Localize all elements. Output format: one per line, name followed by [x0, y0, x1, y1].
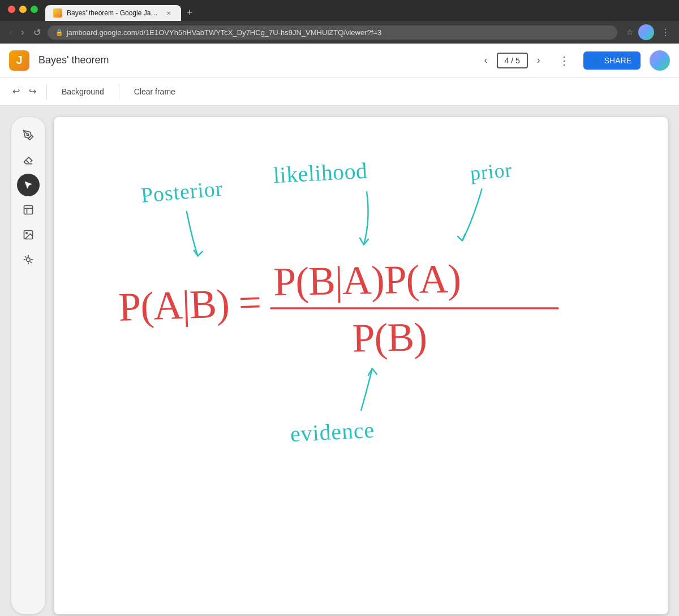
- svg-text:P(A|B) =: P(A|B) =: [118, 279, 261, 330]
- svg-text:P(B): P(B): [352, 314, 427, 360]
- app-title: Bayes' theorem: [38, 54, 471, 66]
- toolbar-divider-2: [119, 84, 119, 100]
- toolbar: ↩ ↪ Background Clear frame: [0, 77, 679, 106]
- address-bar-row: ‹ › ↺ 🔒 jamboard.google.com/d/1E1OVYh5hH…: [0, 21, 679, 44]
- window-maximize-button[interactable]: [31, 6, 38, 13]
- svg-rect-1: [24, 206, 33, 214]
- slide-indicator: 4 / 5: [497, 53, 528, 68]
- whiteboard-canvas: Posterior likelihood prior P(: [54, 117, 668, 614]
- toolbar-divider: [46, 84, 47, 100]
- select-tool-button[interactable]: [17, 174, 40, 196]
- address-bar[interactable]: 🔒 jamboard.google.com/d/1E1OVYh5hHVabTWY…: [48, 25, 617, 40]
- pen-tool-button[interactable]: [17, 124, 40, 147]
- next-slide-button[interactable]: ›: [532, 52, 545, 68]
- undo-button[interactable]: ↩: [9, 83, 23, 100]
- svg-text:prior: prior: [469, 158, 513, 184]
- svg-line-9: [31, 262, 32, 263]
- window-close-button[interactable]: [8, 6, 15, 13]
- prev-slide-button[interactable]: ‹: [480, 52, 492, 68]
- tab-favicon: [53, 8, 62, 18]
- forward-button[interactable]: ›: [19, 26, 26, 38]
- background-button[interactable]: Background: [54, 84, 112, 100]
- more-options-button[interactable]: ⋮: [554, 51, 574, 70]
- svg-text:P(B|A)P(A): P(B|A)P(A): [273, 256, 461, 304]
- image-tool-button[interactable]: [17, 223, 40, 246]
- refresh-button[interactable]: ↺: [31, 26, 43, 39]
- jamboard-logo: J: [9, 50, 29, 71]
- tab-close-button[interactable]: ✕: [164, 8, 173, 18]
- svg-text:Posterior: Posterior: [140, 176, 224, 208]
- svg-line-8: [25, 256, 26, 257]
- main-content: Posterior likelihood prior P(: [0, 106, 679, 616]
- sticky-note-tool-button[interactable]: [17, 199, 40, 221]
- svg-point-0: [27, 134, 29, 136]
- url-text: jamboard.google.com/d/1E1OVYh5hHVabTWYTc…: [67, 28, 609, 37]
- active-tab[interactable]: Bayes' theorem - Google Jambo... ✕: [45, 5, 181, 21]
- tab-title: Bayes' theorem - Google Jambo...: [67, 9, 160, 17]
- whiteboard[interactable]: Posterior likelihood prior P(: [54, 117, 668, 614]
- board-svg: Posterior likelihood prior P(: [54, 117, 668, 614]
- profile-avatar[interactable]: [638, 24, 654, 40]
- share-icon: 👤: [592, 57, 601, 64]
- menu-icon[interactable]: ⋮: [659, 26, 672, 39]
- bookmark-icon[interactable]: ☆: [626, 28, 634, 37]
- new-tab-button[interactable]: +: [182, 5, 197, 21]
- app-header: J Bayes' theorem ‹ 4 / 5 › ⋮ 👤 SHARE: [0, 44, 679, 77]
- user-avatar[interactable]: [650, 50, 670, 71]
- svg-point-12: [27, 258, 31, 262]
- left-sidebar: [11, 117, 45, 614]
- eraser-tool-button[interactable]: [17, 149, 40, 171]
- svg-text:evidence: evidence: [290, 417, 375, 447]
- share-button[interactable]: 👤 SHARE: [583, 51, 641, 70]
- back-button[interactable]: ‹: [7, 26, 14, 38]
- slide-nav-controls: ‹ 4 / 5 ›: [480, 52, 545, 68]
- laser-tool-button[interactable]: [17, 248, 40, 271]
- redo-button[interactable]: ↪: [25, 83, 40, 100]
- window-minimize-button[interactable]: [19, 6, 27, 13]
- lock-icon: 🔒: [55, 29, 63, 36]
- svg-point-5: [26, 232, 28, 234]
- svg-text:likelihood: likelihood: [273, 158, 368, 188]
- clear-frame-button[interactable]: Clear frame: [126, 84, 183, 100]
